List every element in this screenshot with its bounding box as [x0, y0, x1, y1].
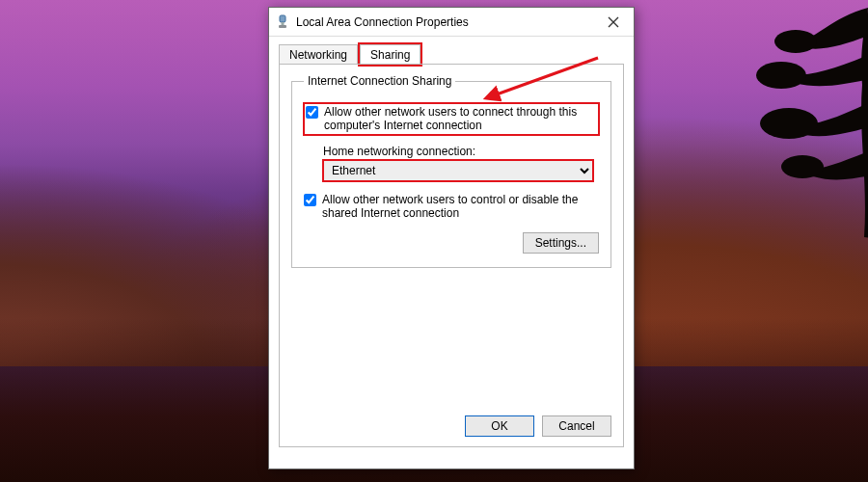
allow-connect-row: Allow other network users to connect thr…: [304, 103, 599, 135]
tab-strip: Networking Sharing: [279, 40, 624, 64]
close-icon: [608, 16, 619, 28]
close-button[interactable]: [595, 10, 632, 35]
ics-legend: Internet Connection Sharing: [304, 74, 455, 88]
connection-properties-dialog: Local Area Connection Properties Network…: [268, 7, 635, 469]
svg-point-0: [774, 30, 817, 53]
titlebar: Local Area Connection Properties: [269, 8, 634, 37]
allow-control-row: Allow other network users to control or …: [304, 193, 599, 221]
allow-control-checkbox[interactable]: [304, 194, 316, 206]
cancel-button[interactable]: Cancel: [542, 415, 611, 437]
svg-point-1: [756, 62, 806, 89]
home-networking-select[interactable]: Ethernet: [323, 160, 593, 181]
ics-group: Internet Connection Sharing Allow other …: [291, 74, 611, 268]
svg-point-2: [760, 108, 818, 139]
home-networking-label: Home networking connection:: [323, 145, 599, 158]
dialog-buttons: OK Cancel: [465, 415, 611, 437]
tab-networking[interactable]: Networking: [279, 44, 358, 65]
svg-rect-7: [279, 25, 286, 28]
home-networking-select-wrap: Ethernet: [323, 160, 599, 181]
svg-rect-5: [280, 15, 285, 22]
network-adapter-icon: [275, 14, 290, 30]
allow-control-label: Allow other network users to control or …: [322, 193, 599, 221]
allow-connect-checkbox[interactable]: [306, 106, 318, 119]
window-title: Local Area Connection Properties: [296, 15, 595, 29]
tab-sharing[interactable]: Sharing: [360, 44, 420, 65]
allow-connect-label: Allow other network users to connect thr…: [324, 105, 595, 133]
tab-panel-sharing: Internet Connection Sharing Allow other …: [279, 64, 624, 447]
settings-button[interactable]: Settings...: [523, 232, 599, 254]
background-tree: [743, 0, 868, 239]
settings-row: Settings...: [304, 232, 599, 254]
svg-point-3: [781, 155, 824, 178]
ok-button[interactable]: OK: [465, 415, 534, 437]
svg-rect-6: [282, 22, 285, 25]
